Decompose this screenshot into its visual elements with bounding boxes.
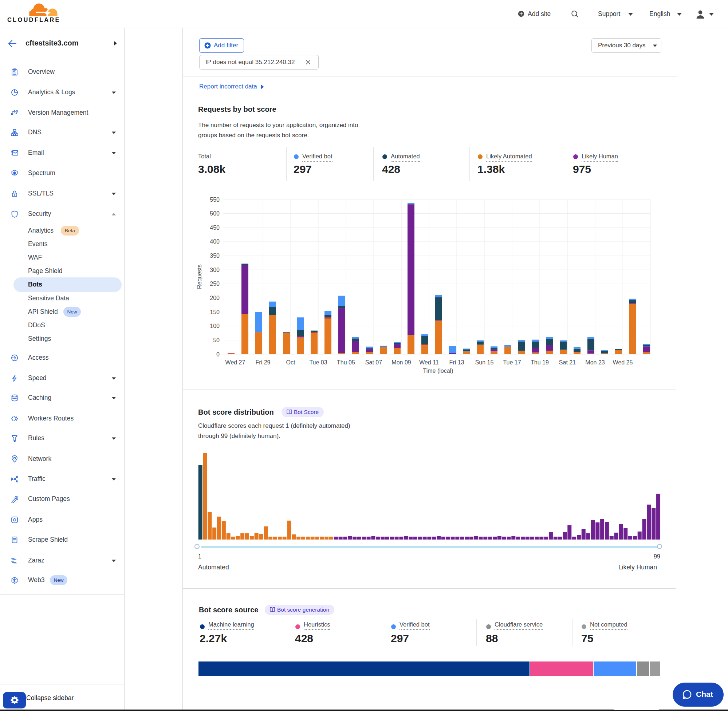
- svg-text:150: 150: [210, 309, 220, 315]
- svg-text:450: 450: [210, 225, 220, 231]
- svg-text:Tue 03: Tue 03: [309, 359, 327, 366]
- svg-text:Fri 29: Fri 29: [255, 359, 270, 366]
- svg-text:Tue 17: Tue 17: [503, 359, 521, 366]
- svg-text:Time (local): Time (local): [423, 368, 453, 374]
- svg-text:400: 400: [210, 239, 220, 245]
- svg-text:500: 500: [210, 210, 220, 217]
- svg-text:Mon 09: Mon 09: [391, 359, 411, 366]
- svg-text:Oct: Oct: [286, 359, 295, 366]
- svg-text:Wed 27: Wed 27: [226, 359, 245, 366]
- svg-text:Thu 05: Thu 05: [337, 359, 355, 366]
- svg-text:Fri 13: Fri 13: [449, 359, 464, 366]
- svg-text:550: 550: [210, 196, 220, 203]
- svg-text:Sat 21: Sat 21: [559, 359, 576, 366]
- svg-text:50: 50: [213, 337, 220, 343]
- svg-text:Sun 15: Sun 15: [475, 359, 494, 366]
- svg-text:Wed 11: Wed 11: [419, 359, 439, 366]
- svg-text:Mon 23: Mon 23: [585, 359, 604, 366]
- svg-text:200: 200: [210, 295, 220, 301]
- svg-text:350: 350: [210, 253, 220, 259]
- svg-text:Wed 25: Wed 25: [613, 359, 633, 366]
- svg-text:Thu 19: Thu 19: [531, 359, 549, 366]
- svg-text:100: 100: [210, 323, 220, 329]
- svg-text:Requests: Requests: [196, 264, 202, 289]
- svg-text:CLOUDFLARE: CLOUDFLARE: [7, 16, 61, 23]
- svg-text:0: 0: [216, 351, 220, 357]
- svg-text:300: 300: [210, 267, 220, 273]
- svg-text:Sat 07: Sat 07: [365, 359, 382, 366]
- svg-text:250: 250: [210, 281, 220, 287]
